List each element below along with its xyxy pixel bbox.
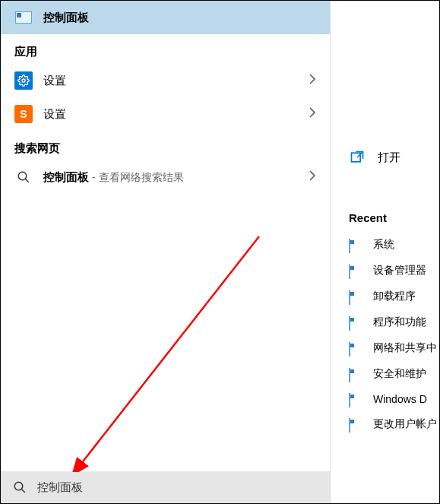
svg-line-6 [21, 489, 25, 493]
recent-label: 卸载程序 [373, 290, 416, 303]
control-panel-icon [349, 291, 362, 302]
svg-point-1 [18, 172, 27, 180]
open-icon [349, 149, 366, 166]
recent-label: Windows D [373, 393, 427, 405]
recent-label: 更改用户帐户 [373, 417, 437, 431]
control-panel-icon [14, 8, 33, 27]
gear-icon [14, 71, 33, 90]
open-action[interactable]: 打开 [331, 141, 439, 173]
best-match-label: 控制面板 [43, 11, 316, 25]
control-panel-icon [349, 317, 362, 328]
recent-item[interactable]: 设备管理器 [331, 258, 439, 284]
svg-rect-7 [352, 153, 361, 162]
recent-label: 系统 [373, 238, 394, 252]
control-panel-icon [349, 369, 362, 379]
svg-line-4 [81, 236, 259, 464]
chevron-right-icon [309, 107, 316, 121]
recent-item[interactable]: 安全和维护 [331, 361, 439, 387]
svg-line-2 [25, 179, 29, 182]
recent-item[interactable]: 网络和共享中 [331, 335, 439, 361]
recent-item[interactable]: 卸载程序 [331, 284, 439, 309]
app-item-label: 设置 [43, 107, 309, 122]
web-item-label: 控制面板- 查看网络搜索结果 [43, 170, 309, 185]
search-icon [13, 480, 27, 494]
recent-header: Recent [331, 173, 439, 232]
recent-label: 网络和共享中 [373, 341, 437, 355]
apps-section-header: 应用 [1, 34, 330, 64]
web-search-item[interactable]: 控制面板- 查看网络搜索结果 [1, 160, 330, 194]
control-panel-icon [349, 419, 362, 430]
recent-label: 安全和维护 [373, 367, 426, 381]
control-panel-icon [349, 239, 362, 250]
open-label: 打开 [378, 151, 400, 165]
web-section-header: 搜索网页 [1, 131, 330, 160]
control-panel-icon [349, 343, 362, 353]
search-bar[interactable] [1, 471, 330, 503]
chevron-right-icon [309, 74, 316, 87]
recent-label: 程序和功能 [373, 315, 426, 329]
search-results-panel: 控制面板 应用 设置 S 设置 搜索网页 控制面板- 查看网络搜 [1, 1, 331, 503]
recent-item[interactable]: 系统 [331, 232, 439, 258]
app-item-settings-2[interactable]: S 设置 [1, 97, 330, 131]
recent-item[interactable]: Windows D [331, 387, 439, 411]
detail-panel: 打开 Recent 系统 设备管理器 卸载程序 程序和功能 网络和共享中 安全和… [331, 1, 439, 503]
recent-label: 设备管理器 [373, 264, 426, 277]
control-panel-icon [349, 394, 362, 404]
svg-point-0 [22, 79, 25, 82]
annotation-arrow [69, 229, 267, 472]
control-panel-icon [349, 265, 362, 276]
app-item-label: 设置 [43, 74, 309, 88]
search-icon [14, 168, 33, 186]
recent-item[interactable]: 程序和功能 [331, 309, 439, 335]
app-item-settings-1[interactable]: 设置 [1, 64, 330, 97]
sogou-icon: S [14, 105, 33, 123]
chevron-right-icon [309, 170, 316, 184]
svg-point-5 [14, 482, 23, 490]
recent-item[interactable]: 更改用户帐户 [331, 411, 439, 437]
search-input[interactable] [37, 481, 318, 494]
best-match-item[interactable]: 控制面板 [1, 1, 330, 34]
